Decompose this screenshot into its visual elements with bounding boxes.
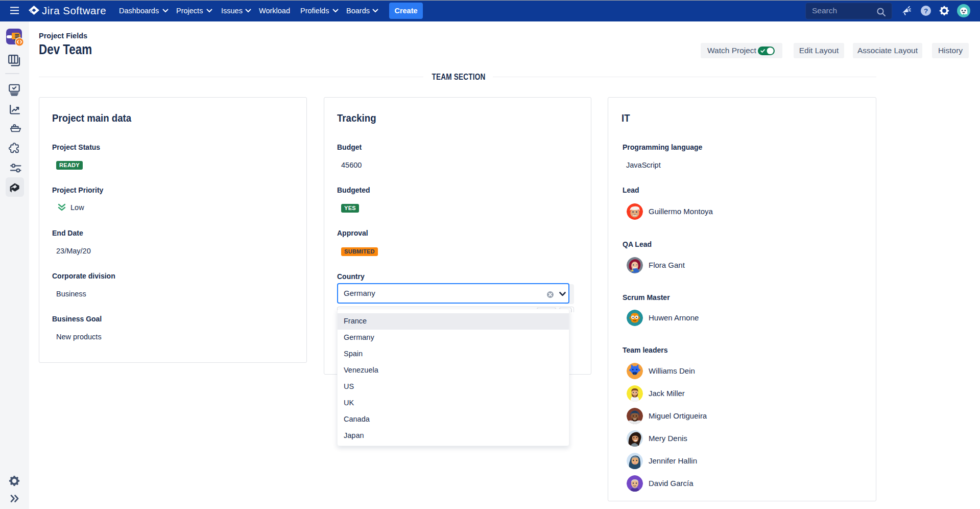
svg-text:?: ? [924, 7, 928, 15]
